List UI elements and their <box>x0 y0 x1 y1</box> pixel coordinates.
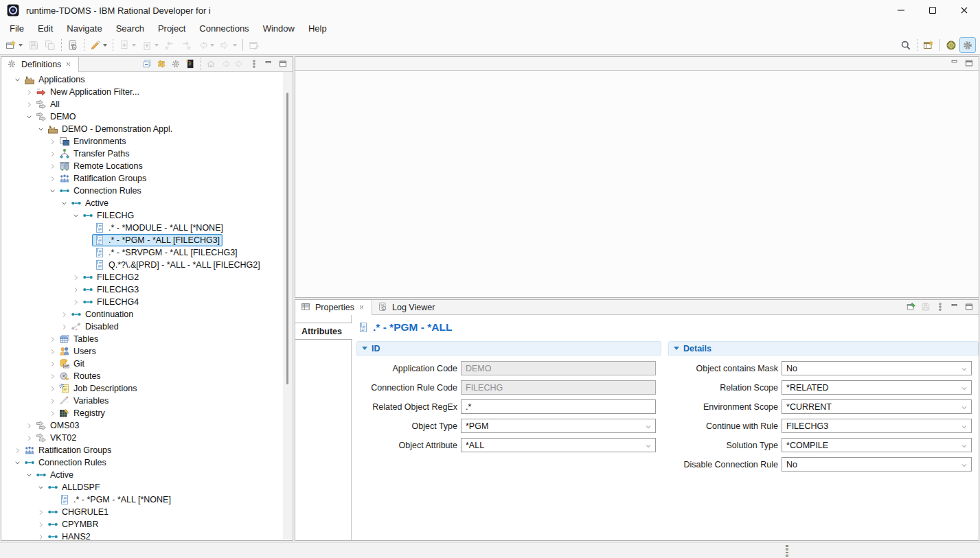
tree-item[interactable]: .* - *PGM - *ALL [FILECHG3] <box>1 234 283 246</box>
close-icon[interactable] <box>358 303 366 312</box>
tree-expander[interactable] <box>36 507 45 517</box>
tree-item[interactable]: Job Descriptions <box>1 382 283 395</box>
tree-expander[interactable] <box>47 334 57 344</box>
tree-item[interactable]: Active <box>1 197 283 209</box>
minimize-button[interactable] <box>262 58 276 71</box>
tree-expander[interactable] <box>24 433 34 443</box>
tree-item[interactable]: Variables <box>1 395 283 407</box>
highlighter-button[interactable] <box>87 37 110 53</box>
tree-item[interactable]: Routes <box>1 370 283 382</box>
view-menu-button[interactable] <box>247 58 262 71</box>
tree-expander[interactable] <box>47 186 57 196</box>
tree-item[interactable]: Disabled <box>1 321 283 333</box>
show-log-button[interactable] <box>183 58 198 71</box>
tree-item[interactable]: FILECHG4 <box>1 296 283 308</box>
section-details-header[interactable]: Details <box>668 341 979 356</box>
tree-item[interactable]: .* - *PGM - *ALL [*NONE] <box>1 493 283 506</box>
environment-scope-select[interactable]: *CURRENT <box>782 399 972 414</box>
maximize-button[interactable] <box>917 0 948 21</box>
tree-item[interactable]: Registry <box>1 407 283 419</box>
tree-expander[interactable] <box>47 161 57 171</box>
tree-expander[interactable] <box>71 285 80 294</box>
tree-item[interactable]: All <box>1 98 283 111</box>
sync-button[interactable] <box>155 58 169 71</box>
relation-scope-select[interactable]: *RELATED <box>782 380 972 395</box>
menu-project[interactable]: Project <box>151 22 192 35</box>
menu-help[interactable]: Help <box>301 22 334 35</box>
minimize-button[interactable] <box>885 0 917 21</box>
tree-expander[interactable] <box>47 174 57 183</box>
tree-item[interactable]: HANS2 <box>1 531 283 540</box>
object-type-select[interactable]: *PGM <box>461 419 656 433</box>
tree-expander[interactable] <box>71 211 80 220</box>
tree-item[interactable]: New Application Filter... <box>1 86 283 98</box>
menu-edit[interactable]: Edit <box>31 22 60 35</box>
tree-expander[interactable] <box>47 384 57 393</box>
tree-item[interactable]: FILECHG3 <box>1 283 283 296</box>
statusbar-grip[interactable] <box>786 545 789 557</box>
tree-item[interactable]: DEMO <box>1 111 283 123</box>
tree-item[interactable]: Tables <box>1 333 283 345</box>
tree-expander[interactable] <box>59 310 69 319</box>
close-button[interactable] <box>948 0 980 21</box>
tree-expander[interactable] <box>36 483 45 492</box>
continue-with-rule-select[interactable]: FILECHG3 <box>782 419 972 433</box>
pin-button[interactable] <box>904 301 919 314</box>
minimize-button[interactable] <box>948 57 962 71</box>
tree-expander[interactable] <box>47 371 57 381</box>
close-icon[interactable] <box>65 60 73 69</box>
object-attribute-select[interactable]: *ALL <box>461 438 656 452</box>
tree-expander[interactable] <box>36 520 45 529</box>
tree-expander[interactable] <box>47 137 57 146</box>
tree-item[interactable]: Active <box>1 469 283 481</box>
menu-file[interactable]: File <box>3 22 31 35</box>
tree-item[interactable]: Connection Rules <box>1 185 283 197</box>
perspective-tdoms-button[interactable] <box>943 37 959 53</box>
tree-item[interactable]: DEMO - Demonstration Appl. <box>1 123 283 135</box>
menu-search[interactable]: Search <box>109 22 151 35</box>
maximize-button[interactable] <box>962 57 977 71</box>
tree-expander[interactable] <box>71 297 80 307</box>
open-perspective-button[interactable] <box>920 37 937 53</box>
tree-expander[interactable] <box>12 458 22 467</box>
tree-expander[interactable] <box>24 100 34 109</box>
tree-expander[interactable] <box>71 272 80 282</box>
tree-item[interactable]: Applications <box>1 73 283 86</box>
tree-item[interactable]: Transfer Paths <box>1 148 283 160</box>
tree-item[interactable]: FILECHG <box>1 209 283 222</box>
tree-item[interactable]: CPYMBR <box>1 518 283 531</box>
related-object-regex-input[interactable]: .* <box>461 399 656 414</box>
disable-connection-rule-select[interactable]: No <box>782 457 972 472</box>
tree-item[interactable]: Environments <box>1 135 283 148</box>
tree-expander[interactable] <box>59 198 69 208</box>
tree-item[interactable]: Users <box>1 345 283 358</box>
tree-expander[interactable] <box>36 124 45 134</box>
tree-item[interactable]: Ratification Groups <box>1 444 283 456</box>
open-log-button[interactable]: L <box>65 37 81 53</box>
tree-item[interactable]: Ratification Groups <box>1 172 283 185</box>
tree-item[interactable]: CHGRULE1 <box>1 506 283 518</box>
tree-expander[interactable] <box>24 421 34 430</box>
tree-expander[interactable] <box>47 359 57 369</box>
tree-item[interactable]: GITGit <box>1 358 283 370</box>
tree-item[interactable]: ALLDSPF <box>1 481 283 493</box>
tree-expander[interactable] <box>36 532 45 540</box>
tree-item[interactable]: Connection Rules <box>1 456 283 469</box>
tree-expander[interactable] <box>47 408 57 418</box>
perspective-definitions-button[interactable] <box>959 37 976 53</box>
solution-type-select[interactable]: *COMPILE <box>782 438 972 452</box>
search-button[interactable] <box>898 37 914 53</box>
tree-expander[interactable] <box>24 470 34 480</box>
menu-window[interactable]: Window <box>256 22 301 35</box>
tree-item[interactable]: OMS03 <box>1 419 283 432</box>
gear-button[interactable] <box>169 58 183 71</box>
tree-scrollbar[interactable] <box>283 72 292 539</box>
maximize-button[interactable] <box>962 301 977 314</box>
tree-expander[interactable] <box>24 112 34 121</box>
tree-expander[interactable] <box>47 149 57 159</box>
tree-item[interactable]: .* - *MODULE - *ALL [*NONE] <box>1 222 283 234</box>
minimize-button[interactable] <box>948 301 962 314</box>
tree-item[interactable]: Q.*?\.&[PRD] - *ALL - *ALL [FILECHG2] <box>1 259 283 271</box>
tree-item[interactable]: Remote Locations <box>1 160 283 172</box>
tab-attributes[interactable]: Attributes <box>295 323 352 340</box>
